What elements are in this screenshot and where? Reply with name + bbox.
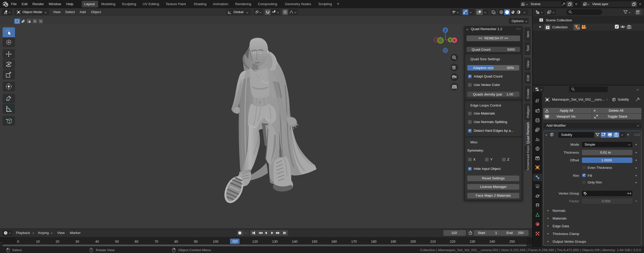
svg-text:Y: Y xyxy=(449,38,451,42)
svg-text:X: X xyxy=(453,39,455,42)
svg-text:Z: Z xyxy=(444,29,446,32)
svg-text:15: 15 xyxy=(577,27,580,30)
